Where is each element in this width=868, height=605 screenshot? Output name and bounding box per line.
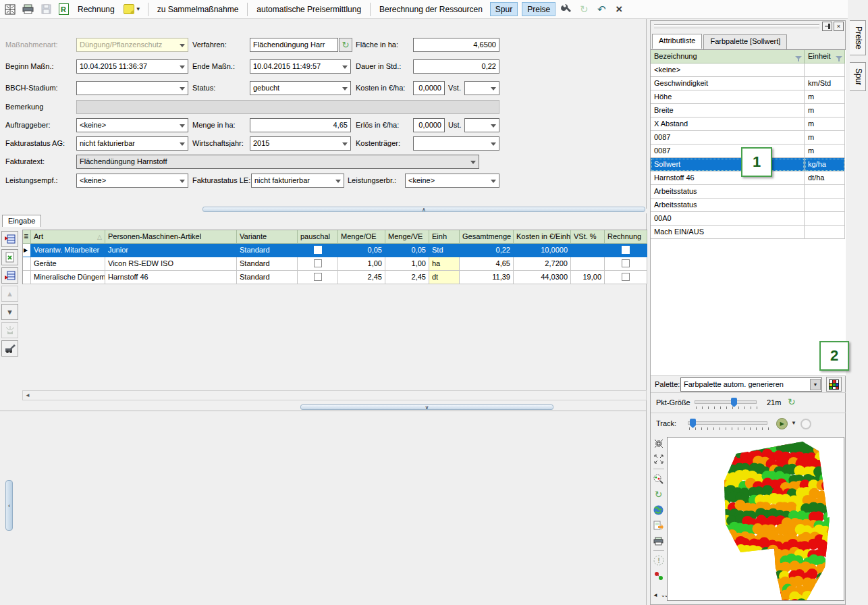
- fakturastatus-ag-combo[interactable]: nicht fakturierbar: [76, 136, 188, 151]
- tab-attributliste[interactable]: Attributliste: [652, 34, 702, 49]
- left-collapse-handle[interactable]: ‹: [5, 480, 13, 531]
- form-splitter[interactable]: ∧: [202, 207, 645, 212]
- attr-unit[interactable]: m: [805, 90, 845, 104]
- ust-combo[interactable]: [464, 118, 499, 132]
- attr-unit[interactable]: m: [805, 104, 845, 117]
- column-header-art[interactable]: Art△: [31, 230, 105, 244]
- cell-art[interactable]: Mineralische Düngemitt: [31, 271, 105, 284]
- attr-name[interactable]: Arbeitsstatus: [651, 185, 805, 199]
- dauer-input[interactable]: 0,22: [413, 59, 499, 74]
- spread-tool-button[interactable]: [1, 322, 18, 338]
- slider-thumb[interactable]: [731, 398, 737, 407]
- attribute-row[interactable]: X Abstandm: [651, 117, 846, 131]
- tab-farbpalette[interactable]: Farbpalette [Sollwert]: [703, 34, 787, 49]
- panel-grip[interactable]: [654, 24, 819, 29]
- ende-combo[interactable]: 10.04.2015 11:49:57: [250, 59, 351, 74]
- attr-unit[interactable]: dt/ha: [805, 172, 845, 185]
- attr-unit[interactable]: [805, 199, 845, 212]
- column-header-menge-ve[interactable]: Menge/VE: [385, 230, 429, 244]
- verfahren-refresh-button[interactable]: ↻: [339, 38, 352, 52]
- cell-menge_ve[interactable]: 2,45: [385, 271, 429, 284]
- cell-art[interactable]: Geräte: [31, 257, 105, 271]
- attr-unit[interactable]: [805, 63, 845, 77]
- tools-button[interactable]: [559, 2, 574, 17]
- refresh-icon[interactable]: ↻: [788, 395, 796, 409]
- attribute-row[interactable]: Arbeitsstatus: [651, 185, 846, 199]
- cell-kosten[interactable]: 44,0300: [514, 271, 571, 284]
- sammelmassnahme-button[interactable]: zu Sammelmaßnahme: [153, 2, 243, 17]
- fakturastatus-le-combo[interactable]: nicht fakturierbar: [251, 174, 344, 188]
- leistungsempf-combo[interactable]: <keine>: [76, 174, 188, 188]
- attr-unit[interactable]: m: [805, 131, 845, 144]
- attr-name[interactable]: <keine>: [651, 63, 805, 77]
- attribute-row[interactable]: Breitem: [651, 104, 846, 117]
- attribute-row[interactable]: Arbeitsstatus: [651, 199, 846, 212]
- attr-name[interactable]: 00A0: [651, 212, 805, 226]
- bottom-splitter[interactable]: ∨: [300, 404, 553, 410]
- attr-name[interactable]: Mach EIN/AUS: [651, 226, 805, 239]
- cell-menge_ve[interactable]: 1,00: [385, 257, 429, 271]
- attr-unit[interactable]: km/Std: [805, 77, 845, 90]
- tile-windows-button[interactable]: [3, 2, 18, 17]
- cell-variante[interactable]: Standard: [237, 257, 298, 271]
- panel-close-button[interactable]: ×: [834, 22, 844, 31]
- column-header-gesamtmenge[interactable]: Gesamtmenge: [460, 230, 514, 244]
- map-refresh-button[interactable]: ↻: [653, 488, 665, 500]
- column-header-pauschal[interactable]: pauschal: [298, 230, 338, 244]
- dropdown-arrow-icon[interactable]: ▼: [791, 420, 796, 426]
- attr-name[interactable]: Sollwert: [651, 158, 805, 172]
- attr-unit[interactable]: m: [805, 117, 845, 131]
- table-row[interactable]: GeräteVicon RS-EDW ISOStandard1,001,00ha…: [23, 257, 647, 271]
- cell-artikel[interactable]: Junior: [105, 244, 237, 257]
- save-button[interactable]: [38, 2, 53, 17]
- slider-thumb[interactable]: [690, 419, 696, 428]
- menge-input[interactable]: 4,65: [250, 118, 351, 132]
- flaeche-input[interactable]: 4,6500: [413, 38, 499, 52]
- cell-pauschal[interactable]: [298, 257, 338, 271]
- move-up-button[interactable]: ▲: [1, 286, 18, 302]
- pauschal-checkbox[interactable]: [314, 273, 322, 281]
- table-row[interactable]: ▶Verantw. MitarbeiterJuniorStandard0,050…: [23, 244, 647, 257]
- rechnung-button[interactable]: R: [56, 2, 71, 17]
- cell-pauschal[interactable]: [298, 271, 338, 284]
- filter-icon[interactable]: [795, 53, 802, 63]
- machine-tool-button[interactable]: [1, 340, 18, 357]
- cell-menge_ve[interactable]: 0,05: [385, 244, 429, 257]
- attr-name[interactable]: Breite: [651, 104, 805, 117]
- undo-button[interactable]: ↶: [594, 2, 609, 17]
- column-header-einh[interactable]: Einh: [429, 230, 460, 244]
- column-header-kosten-in-einh[interactable]: Kosten in €/Einh: [514, 230, 571, 244]
- cell-gesamtmenge[interactable]: 0,22: [460, 244, 514, 257]
- attr-column-einheit[interactable]: Einheit: [805, 50, 845, 63]
- column-header-personen-maschinen-artikel[interactable]: Personen-Maschinen-Artikel: [105, 230, 237, 244]
- filter-icon[interactable]: [836, 53, 842, 63]
- pauschal-checkbox[interactable]: [314, 246, 322, 254]
- cell-kosten[interactable]: 10,0000: [514, 244, 571, 257]
- cell-menge_oe[interactable]: 1,00: [338, 257, 385, 271]
- dropdown-arrow-icon[interactable]: ▼: [810, 379, 821, 390]
- entry-grid-hscrollbar[interactable]: ◄: [22, 390, 647, 400]
- print-button[interactable]: [20, 2, 36, 17]
- export-button[interactable]: [653, 519, 665, 531]
- bbch-combo[interactable]: [76, 81, 188, 95]
- cell-art[interactable]: Verantw. Mitarbeiter: [31, 244, 105, 257]
- spur-toggle[interactable]: Spur: [490, 2, 518, 16]
- cell-artikel[interactable]: Vicon RS-EDW ISO: [105, 257, 237, 271]
- cell-einh[interactable]: ha: [429, 257, 460, 271]
- cell-vst[interactable]: 19,00: [571, 271, 605, 284]
- cell-kosten[interactable]: 2,7200: [514, 257, 571, 271]
- attr-name[interactable]: 0087: [651, 131, 805, 144]
- attr-unit[interactable]: [805, 185, 845, 199]
- note-menu-button[interactable]: ▼: [121, 2, 143, 17]
- record-button[interactable]: [801, 419, 811, 429]
- cell-vst[interactable]: [571, 244, 605, 257]
- cell-artikel[interactable]: Harnstoff 46: [105, 271, 237, 284]
- palette-grid-button[interactable]: [826, 377, 842, 392]
- scroll-left-icon[interactable]: ◄: [653, 592, 658, 598]
- erloes-input[interactable]: 0,0000: [413, 118, 445, 132]
- attribute-row[interactable]: <keine>: [651, 63, 846, 77]
- ressourcen-button[interactable]: Berechnung der Ressourcen: [375, 2, 487, 17]
- attr-name[interactable]: Geschwindigkeit: [651, 77, 805, 90]
- attribute-row[interactable]: Mach EIN/AUS: [651, 226, 846, 239]
- point-size-slider[interactable]: [695, 400, 757, 404]
